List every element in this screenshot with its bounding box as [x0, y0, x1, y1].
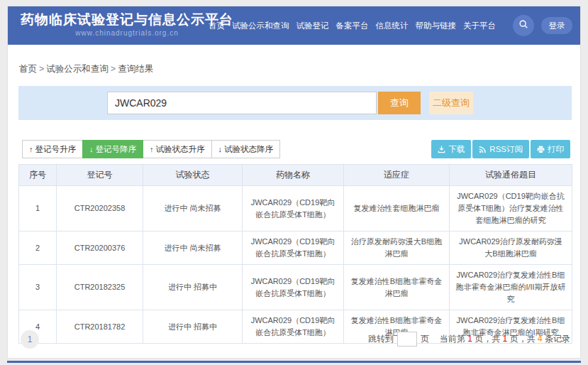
table-cell: 复发难治性B细胞非霍奇金淋巴瘤 — [344, 265, 450, 310]
column-header-2: 试验状态 — [143, 165, 243, 186]
table-cell: JWCAR029（CD19靶向嵌合抗原受体T细胞）治疗复发难治性套细胞淋巴瘤的研… — [450, 186, 572, 231]
arrow-up-icon: ↑ — [29, 145, 33, 153]
search-section: 查询 二级查询 — [18, 86, 572, 120]
sort-button-0[interactable]: ↑登记号升序 — [22, 140, 83, 158]
results-table-body: 1CTR20202358进行中 尚未招募JWCAR029（CD19靶向嵌合抗原受… — [19, 186, 572, 344]
advanced-query-button[interactable]: 二级查询 — [429, 92, 473, 114]
footer-divider — [7, 361, 581, 363]
arrow-up-icon: ↑ — [150, 145, 154, 153]
nav-item-5[interactable]: 帮助与链接 — [416, 21, 457, 31]
download-icon — [438, 146, 445, 153]
action-button-label: 下载 — [448, 144, 465, 155]
table-cell: JWCAR029治疗复发难治性B细胞非霍奇金淋巴瘤的I/II期开放研究 — [450, 265, 572, 310]
nav-item-2[interactable]: 试验登记 — [296, 21, 329, 31]
table-cell: 进行中 尚未招募 — [143, 231, 243, 265]
page-unit-label: 页 — [421, 333, 429, 345]
table-cell: 2 — [19, 231, 57, 265]
table-cell: 复发难治性套细胞淋巴瘤 — [344, 186, 450, 231]
column-header-4: 适应症 — [344, 165, 450, 186]
rss-icon — [479, 146, 487, 153]
breadcrumb-separator: > — [39, 64, 44, 74]
download-button[interactable]: 下载 — [431, 140, 471, 158]
sort-button-3[interactable]: ↓试验状态降序 — [211, 140, 281, 158]
pagination-text: 条记录 — [543, 334, 570, 344]
arrow-down-icon: ↓ — [89, 145, 94, 153]
main-nav: 首页试验公示和查询试验登记备案平台信息统计帮助与链接关于平台 — [209, 6, 496, 45]
login-button[interactable]: 登录 — [541, 17, 572, 34]
sort-button-1[interactable]: ↓登记号降序 — [82, 140, 143, 158]
action-button-label: RSS订阅 — [489, 144, 523, 155]
table-cell: 进行中 尚未招募 — [143, 186, 243, 231]
arrow-down-icon: ↓ — [218, 145, 223, 153]
table-cell: JWCAR029（CD19靶向嵌合抗原受体T细胞） — [243, 265, 344, 310]
breadcrumb-item-1[interactable]: 试验公示和查询 — [46, 64, 109, 74]
print-icon — [537, 146, 545, 153]
pagination-text: 当前第 — [440, 334, 467, 344]
print-button[interactable]: 打印 — [531, 140, 570, 158]
nav-item-6[interactable]: 关于平台 — [463, 21, 496, 31]
site-logo[interactable]: 药物临床试验登记与信息公示平台 www.chinadrugtrials.org.… — [21, 11, 233, 37]
breadcrumb: 首页>试验公示和查询>查询结果 — [19, 63, 153, 75]
pagination-text: 页，共 — [472, 334, 503, 344]
breadcrumb-separator: > — [111, 64, 116, 74]
table-row[interactable]: 2CTR20200376进行中 尚未招募JWCAR029（CD19靶向嵌合抗原受… — [19, 231, 572, 265]
pagination-text: 页，共 — [507, 334, 538, 344]
table-cell: 进行中 招募中 — [143, 310, 243, 344]
jump-label: 跳转到 — [368, 333, 394, 345]
search-input[interactable] — [107, 92, 377, 114]
table-cell: 3 — [19, 265, 57, 310]
site-header: 药物临床试验登记与信息公示平台 www.chinadrugtrials.org.… — [8, 6, 580, 45]
table-cell[interactable]: CTR20181782 — [57, 310, 143, 344]
results-table-head-row: 序号登记号试验状态药物名称适应症试验通俗题目 — [19, 165, 572, 186]
table-cell[interactable]: CTR20200376 — [57, 231, 143, 265]
table-cell: JWCAR029（CD19靶向嵌合抗原受体T细胞） — [243, 231, 344, 265]
page-number-button[interactable]: 1 — [21, 330, 39, 349]
table-cell: JWCAR029（CD19靶向嵌合抗原受体T细胞） — [243, 310, 344, 344]
pagination-status: 当前第 1 页，共 1 页，共 4 条记录 — [440, 333, 570, 345]
nav-item-3[interactable]: 备案平台 — [336, 21, 369, 31]
table-cell: JWCAR029治疗原发耐药弥漫大B细胞淋巴瘤 — [450, 231, 572, 265]
table-cell: 治疗原发耐药弥漫大B细胞淋巴瘤 — [344, 231, 450, 265]
header-search-button[interactable] — [513, 15, 534, 36]
table-cell[interactable]: CTR20182325 — [57, 265, 143, 310]
query-button[interactable]: 查询 — [378, 92, 421, 114]
action-button-group: 下载RSS订阅打印 — [431, 140, 570, 158]
table-cell: 1 — [19, 186, 57, 231]
table-cell: JWCAR029（CD19靶向嵌合抗原受体T细胞） — [243, 186, 344, 231]
search-icon — [518, 19, 528, 32]
rss-button[interactable]: RSS订阅 — [472, 140, 529, 158]
table-cell[interactable]: CTR20202358 — [57, 186, 143, 231]
table-cell: 进行中 招募中 — [143, 265, 243, 310]
breadcrumb-item-0[interactable]: 首页 — [19, 64, 37, 74]
main-window: 药物临床试验登记与信息公示平台 www.chinadrugtrials.org.… — [7, 6, 581, 359]
column-header-0: 序号 — [19, 165, 57, 186]
column-header-3: 药物名称 — [243, 165, 344, 186]
results-table: 序号登记号试验状态药物名称适应症试验通俗题目 1CTR20202358进行中 尚… — [18, 164, 572, 344]
table-row[interactable]: 1CTR20202358进行中 尚未招募JWCAR029（CD19靶向嵌合抗原受… — [19, 186, 572, 231]
nav-item-0[interactable]: 首页 — [209, 21, 225, 31]
nav-item-4[interactable]: 信息统计 — [376, 21, 409, 31]
breadcrumb-item-2[interactable]: 查询结果 — [118, 64, 153, 74]
nav-item-1[interactable]: 试验公示和查询 — [232, 21, 289, 31]
column-header-5: 试验通俗题目 — [450, 165, 572, 186]
pagination-bar: 跳转到 页 当前第 1 页，共 1 页，共 4 条记录 — [368, 332, 570, 347]
site-url: www.chinadrugtrials.org.cn — [21, 29, 233, 37]
action-button-label: 打印 — [548, 144, 564, 155]
sort-button-2[interactable]: ↑试验状态升序 — [143, 140, 212, 158]
pagination-count: 4 — [538, 334, 543, 344]
pagination-count: 1 — [467, 334, 472, 344]
table-row[interactable]: 3CTR20182325进行中 招募中JWCAR029（CD19靶向嵌合抗原受体… — [19, 265, 572, 310]
jump-page-input[interactable] — [397, 332, 417, 347]
site-title: 药物临床试验登记与信息公示平台 — [21, 11, 233, 28]
column-header-1: 登记号 — [57, 165, 143, 186]
page: { "header": { "title": "药物临床试验登记与信息公示平台"… — [0, 0, 588, 365]
sort-button-group: ↑登记号升序↓登记号降序↑试验状态升序↓试验状态降序 — [22, 140, 280, 158]
